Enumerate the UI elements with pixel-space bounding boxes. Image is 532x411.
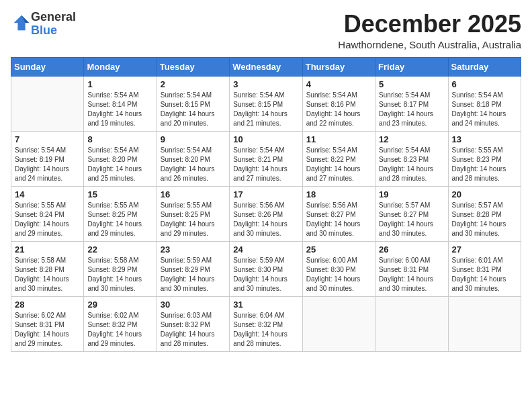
calendar-cell: 3Sunrise: 5:54 AM Sunset: 8:15 PM Daylig… — [230, 76, 302, 131]
calendar-cell: 31Sunrise: 6:04 AM Sunset: 8:32 PM Dayli… — [230, 296, 302, 351]
day-number: 27 — [452, 244, 517, 255]
day-number: 17 — [233, 189, 298, 199]
day-number: 2 — [161, 79, 226, 89]
location-subtitle: Hawthorndene, South Australia, Australia — [338, 39, 521, 50]
calendar-week-row: 21Sunrise: 5:58 AM Sunset: 8:28 PM Dayli… — [11, 241, 521, 296]
day-number: 25 — [306, 244, 371, 255]
day-number: 12 — [379, 134, 444, 144]
day-number: 30 — [161, 300, 226, 310]
weekday-header: Thursday — [302, 57, 375, 76]
day-number: 6 — [452, 79, 517, 89]
calendar-cell: 11Sunrise: 5:54 AM Sunset: 8:22 PM Dayli… — [302, 131, 375, 186]
logo-icon — [12, 13, 31, 32]
calendar-cell: 8Sunrise: 5:54 AM Sunset: 8:20 PM Daylig… — [84, 131, 157, 186]
day-number: 3 — [233, 79, 298, 89]
calendar-cell: 7Sunrise: 5:54 AM Sunset: 8:19 PM Daylig… — [11, 131, 84, 186]
calendar-cell: 12Sunrise: 5:54 AM Sunset: 8:23 PM Dayli… — [375, 131, 448, 186]
day-number: 29 — [87, 300, 152, 310]
day-info: Sunrise: 5:58 AM Sunset: 8:29 PM Dayligh… — [87, 256, 152, 293]
day-number: 7 — [15, 134, 80, 144]
day-number: 9 — [161, 134, 226, 144]
day-info: Sunrise: 6:00 AM Sunset: 8:30 PM Dayligh… — [306, 256, 371, 293]
day-number: 13 — [452, 134, 517, 144]
day-info: Sunrise: 5:55 AM Sunset: 8:25 PM Dayligh… — [87, 201, 152, 238]
calendar-cell: 15Sunrise: 5:55 AM Sunset: 8:25 PM Dayli… — [84, 186, 157, 241]
calendar-week-row: 14Sunrise: 5:55 AM Sunset: 8:24 PM Dayli… — [11, 186, 521, 241]
calendar-cell: 4Sunrise: 5:54 AM Sunset: 8:16 PM Daylig… — [302, 76, 375, 131]
calendar-cell: 23Sunrise: 5:59 AM Sunset: 8:29 PM Dayli… — [157, 241, 229, 296]
calendar-cell — [302, 296, 375, 351]
day-number: 14 — [15, 189, 80, 199]
calendar-cell: 2Sunrise: 5:54 AM Sunset: 8:15 PM Daylig… — [157, 76, 229, 131]
day-number: 23 — [161, 244, 226, 255]
day-number: 26 — [379, 244, 444, 255]
day-number: 24 — [233, 244, 298, 255]
weekday-header: Monday — [84, 57, 157, 76]
day-number: 21 — [15, 244, 80, 255]
day-info: Sunrise: 5:54 AM Sunset: 8:16 PM Dayligh… — [306, 91, 371, 128]
day-info: Sunrise: 5:59 AM Sunset: 8:30 PM Dayligh… — [233, 256, 298, 293]
day-number: 11 — [306, 134, 371, 144]
day-info: Sunrise: 5:55 AM Sunset: 8:23 PM Dayligh… — [452, 146, 517, 183]
day-info: Sunrise: 5:55 AM Sunset: 8:24 PM Dayligh… — [15, 201, 80, 238]
day-info: Sunrise: 5:56 AM Sunset: 8:27 PM Dayligh… — [306, 201, 371, 238]
day-info: Sunrise: 5:54 AM Sunset: 8:20 PM Dayligh… — [161, 146, 226, 183]
day-number: 4 — [306, 79, 371, 89]
day-info: Sunrise: 6:04 AM Sunset: 8:32 PM Dayligh… — [233, 311, 298, 349]
day-number: 18 — [306, 189, 371, 199]
calendar-table: SundayMondayTuesdayWednesdayThursdayFrid… — [11, 57, 521, 352]
day-info: Sunrise: 5:54 AM Sunset: 8:17 PM Dayligh… — [379, 91, 444, 128]
day-number: 10 — [233, 134, 298, 144]
calendar-week-row: 1Sunrise: 5:54 AM Sunset: 8:14 PM Daylig… — [11, 76, 521, 131]
logo-general: General — [31, 10, 76, 24]
day-number: 22 — [87, 244, 152, 255]
calendar-cell: 17Sunrise: 5:56 AM Sunset: 8:26 PM Dayli… — [230, 186, 302, 241]
calendar-cell: 1Sunrise: 5:54 AM Sunset: 8:14 PM Daylig… — [84, 76, 157, 131]
day-info: Sunrise: 5:59 AM Sunset: 8:29 PM Dayligh… — [161, 256, 226, 293]
calendar-cell: 14Sunrise: 5:55 AM Sunset: 8:24 PM Dayli… — [11, 186, 84, 241]
calendar-cell: 25Sunrise: 6:00 AM Sunset: 8:30 PM Dayli… — [302, 241, 375, 296]
day-info: Sunrise: 5:58 AM Sunset: 8:28 PM Dayligh… — [15, 256, 80, 293]
logo-blue: Blue — [31, 24, 57, 37]
weekday-header: Saturday — [448, 57, 521, 76]
day-info: Sunrise: 5:54 AM Sunset: 8:23 PM Dayligh… — [379, 146, 444, 183]
month-title: December 2025 — [338, 11, 521, 38]
day-info: Sunrise: 5:54 AM Sunset: 8:15 PM Dayligh… — [161, 91, 226, 128]
day-info: Sunrise: 5:57 AM Sunset: 8:28 PM Dayligh… — [452, 201, 517, 238]
calendar-cell: 30Sunrise: 6:03 AM Sunset: 8:32 PM Dayli… — [157, 296, 229, 351]
calendar-cell: 26Sunrise: 6:00 AM Sunset: 8:31 PM Dayli… — [375, 241, 448, 296]
logo-text: General Blue — [31, 11, 76, 38]
day-info: Sunrise: 5:54 AM Sunset: 8:21 PM Dayligh… — [233, 146, 298, 183]
calendar-cell — [11, 76, 84, 131]
calendar-cell: 16Sunrise: 5:55 AM Sunset: 8:25 PM Dayli… — [157, 186, 229, 241]
calendar-cell: 24Sunrise: 5:59 AM Sunset: 8:30 PM Dayli… — [230, 241, 302, 296]
weekday-header: Friday — [375, 57, 448, 76]
calendar-cell: 29Sunrise: 6:02 AM Sunset: 8:32 PM Dayli… — [84, 296, 157, 351]
calendar-cell: 9Sunrise: 5:54 AM Sunset: 8:20 PM Daylig… — [157, 131, 229, 186]
calendar-cell: 18Sunrise: 5:56 AM Sunset: 8:27 PM Dayli… — [302, 186, 375, 241]
calendar-week-row: 28Sunrise: 6:02 AM Sunset: 8:31 PM Dayli… — [11, 296, 521, 351]
day-info: Sunrise: 5:54 AM Sunset: 8:22 PM Dayligh… — [306, 146, 371, 183]
calendar-cell: 5Sunrise: 5:54 AM Sunset: 8:17 PM Daylig… — [375, 76, 448, 131]
logo: General Blue — [11, 11, 76, 38]
day-number: 31 — [233, 300, 298, 310]
calendar-cell — [375, 296, 448, 351]
day-info: Sunrise: 5:56 AM Sunset: 8:26 PM Dayligh… — [233, 201, 298, 238]
header: General Blue December 2025 Hawthorndene,… — [11, 11, 521, 50]
weekday-header-row: SundayMondayTuesdayWednesdayThursdayFrid… — [11, 57, 521, 76]
day-info: Sunrise: 5:54 AM Sunset: 8:20 PM Dayligh… — [87, 146, 152, 183]
day-info: Sunrise: 5:54 AM Sunset: 8:18 PM Dayligh… — [452, 91, 517, 128]
day-number: 16 — [161, 189, 226, 199]
day-info: Sunrise: 6:03 AM Sunset: 8:32 PM Dayligh… — [161, 311, 226, 349]
day-info: Sunrise: 5:54 AM Sunset: 8:15 PM Dayligh… — [233, 91, 298, 128]
day-info: Sunrise: 6:00 AM Sunset: 8:31 PM Dayligh… — [379, 256, 444, 293]
calendar-cell: 10Sunrise: 5:54 AM Sunset: 8:21 PM Dayli… — [230, 131, 302, 186]
day-number: 1 — [87, 79, 152, 89]
day-info: Sunrise: 6:01 AM Sunset: 8:31 PM Dayligh… — [452, 256, 517, 293]
day-info: Sunrise: 5:55 AM Sunset: 8:25 PM Dayligh… — [161, 201, 226, 238]
calendar-cell: 6Sunrise: 5:54 AM Sunset: 8:18 PM Daylig… — [448, 76, 521, 131]
calendar-cell: 19Sunrise: 5:57 AM Sunset: 8:27 PM Dayli… — [375, 186, 448, 241]
day-number: 15 — [87, 189, 152, 199]
calendar-week-row: 7Sunrise: 5:54 AM Sunset: 8:19 PM Daylig… — [11, 131, 521, 186]
day-number: 8 — [87, 134, 152, 144]
